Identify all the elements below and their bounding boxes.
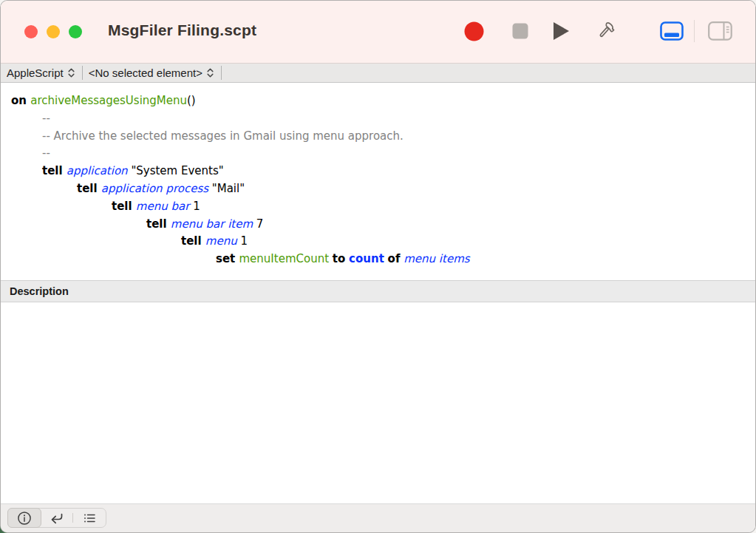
event-log-segment-button[interactable] <box>41 509 73 527</box>
description-header-label: Description <box>10 285 69 297</box>
toolbar-separator <box>694 20 695 42</box>
description-segment-button[interactable] <box>7 508 41 528</box>
bulleted-list-icon <box>82 512 97 525</box>
code-line: set menuItemCount to count of menu items <box>1 251 755 268</box>
code-line: -- Archive the selected messages in Gmai… <box>1 128 755 146</box>
language-popup-label: AppleScript <box>7 67 64 79</box>
navbar-separator <box>221 66 222 80</box>
hammer-icon <box>594 20 616 42</box>
stop-square-icon <box>512 23 528 39</box>
code-line: tell menu 1 <box>1 233 755 251</box>
info-circle-icon <box>17 511 32 526</box>
window-title: MsgFiler Filing.scpt <box>108 21 256 39</box>
code-line: on archiveMessagesUsingMenu() <box>1 92 755 110</box>
code-editor[interactable]: on archiveMessagesUsingMenu()---- Archiv… <box>1 83 755 280</box>
element-popup[interactable]: <No selected element> <box>83 64 221 82</box>
record-circle-icon <box>464 21 484 41</box>
panel-right-lines-icon <box>708 21 732 41</box>
up-down-chevrons-icon <box>207 68 214 78</box>
navigation-bar: AppleScript <No selected element> <box>1 63 755 83</box>
code-line: tell menu bar item 7 <box>1 216 755 234</box>
language-popup[interactable]: AppleScript <box>1 64 82 82</box>
stop-button[interactable] <box>505 16 535 46</box>
description-header-bar: Description <box>1 280 755 302</box>
bottom-segmented-control <box>7 508 106 528</box>
description-content[interactable] <box>1 302 755 503</box>
code-line: -- <box>1 145 755 163</box>
zoom-button[interactable] <box>69 25 82 38</box>
run-button[interactable] <box>546 16 576 46</box>
bottom-bar <box>1 503 755 532</box>
code-line: tell application "System Events" <box>1 163 755 180</box>
minimize-button[interactable] <box>47 25 60 38</box>
code-line: tell application process "Mail" <box>1 180 755 198</box>
panel-bottom-icon <box>660 21 684 41</box>
code-line: tell menu bar 1 <box>1 198 755 216</box>
titlebar: MsgFiler Filing.scpt <box>1 1 755 63</box>
show-bottom-bar-button[interactable] <box>657 16 687 46</box>
event-log-list-segment-button[interactable] <box>73 509 106 527</box>
close-button[interactable] <box>24 25 38 38</box>
code-line: -- <box>1 110 755 128</box>
up-down-chevrons-icon <box>68 68 75 78</box>
compile-button[interactable] <box>590 16 620 46</box>
return-arrow-icon <box>49 512 65 525</box>
show-accessory-pane-button[interactable] <box>705 16 735 46</box>
play-triangle-icon <box>552 21 570 41</box>
element-popup-label: <No selected element> <box>89 67 202 79</box>
record-button[interactable] <box>459 16 488 46</box>
script-editor-window: MsgFiler Filing.scpt <box>0 0 756 533</box>
